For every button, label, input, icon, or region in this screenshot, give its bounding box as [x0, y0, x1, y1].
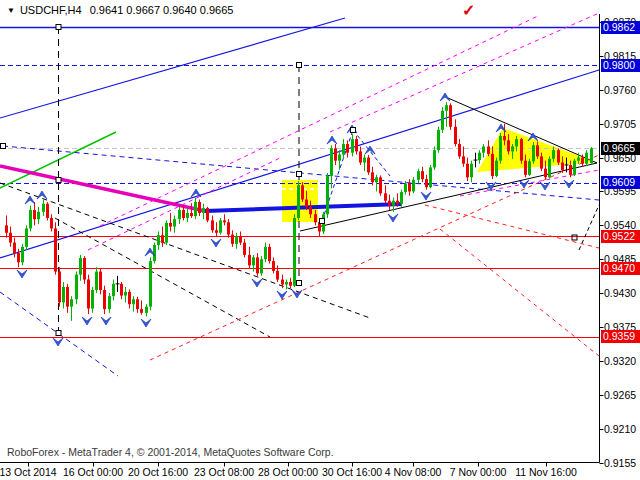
- candle-body: [124, 292, 127, 296]
- candle-body: [470, 164, 473, 178]
- candle-body: [458, 144, 461, 156]
- candle-body: [194, 202, 197, 216]
- object-handle: [1, 144, 6, 149]
- candle-body: [536, 145, 539, 156]
- candle-body: [136, 299, 139, 309]
- candle-body: [379, 177, 382, 193]
- candle-body: [577, 158, 580, 161]
- candle-body: [140, 309, 143, 313]
- candle-body: [441, 111, 444, 130]
- candle-body: [13, 243, 16, 253]
- candle-body: [437, 130, 440, 150]
- candle-body: [511, 147, 514, 152]
- candle-body: [95, 272, 98, 290]
- fractal-up-icon: [440, 93, 450, 101]
- candle-body: [462, 156, 465, 163]
- chart-canvas: ✓: [0, 0, 640, 480]
- chart-symbol-timeframe: USDCHF,H4: [20, 4, 82, 16]
- candle-body: [388, 201, 391, 206]
- candle-body: [243, 243, 246, 255]
- candle-body: [371, 172, 374, 182]
- candle-body: [231, 235, 234, 244]
- candle-body: [499, 136, 502, 161]
- check-arrow-icon: ✓: [462, 2, 475, 19]
- fractal-up-icon: [327, 136, 337, 144]
- candle-body: [206, 208, 209, 220]
- candle-body: [293, 218, 296, 286]
- trendline: [579, 205, 599, 250]
- candle-body: [21, 247, 24, 262]
- trendline: [0, 166, 205, 211]
- trendline: [0, 18, 345, 118]
- candle-body: [491, 154, 494, 176]
- candle-body: [157, 235, 160, 245]
- candle-body: [54, 228, 57, 271]
- candle-body: [190, 213, 193, 216]
- candle-body: [215, 230, 218, 232]
- candle-body: [367, 158, 370, 173]
- candle-body: [165, 223, 168, 243]
- symbol-dropdown-icon[interactable]: ▼: [7, 6, 15, 15]
- trendline: [150, 155, 599, 360]
- candle-body: [503, 136, 506, 140]
- candle-body: [276, 271, 279, 280]
- candle-body: [363, 158, 366, 163]
- candle-body: [338, 155, 341, 161]
- object-handle: [56, 331, 61, 336]
- candle-body: [66, 287, 69, 307]
- candle-body: [42, 204, 45, 212]
- candle-body: [70, 299, 73, 306]
- candle-body: [449, 105, 452, 127]
- candle-body: [58, 272, 61, 303]
- fractal-down-icon: [252, 279, 262, 287]
- candle-body: [83, 258, 86, 280]
- candle-body: [495, 161, 498, 176]
- candle-body: [314, 214, 317, 222]
- candle-body: [264, 247, 267, 259]
- candle-body: [375, 177, 378, 182]
- trendline: [425, 205, 599, 248]
- candle-body: [561, 163, 564, 170]
- fractal-up-icon: [191, 189, 201, 197]
- fractal-down-icon: [388, 214, 398, 222]
- candle-body: [252, 257, 255, 265]
- trendline: [100, 15, 540, 226]
- candle-body: [223, 220, 226, 222]
- candle-body: [25, 228, 28, 246]
- candle-body: [581, 158, 584, 164]
- candle-body: [112, 284, 115, 296]
- trendline: [300, 163, 597, 231]
- candle-body: [260, 259, 263, 273]
- candle-body: [99, 272, 102, 290]
- candle-body: [211, 220, 214, 230]
- candle-body: [272, 261, 275, 271]
- candle-body: [145, 307, 148, 313]
- object-handle: [297, 63, 302, 68]
- candle-body: [305, 199, 308, 206]
- candle-body: [235, 236, 238, 243]
- candle-body: [507, 140, 510, 151]
- candle-body: [239, 236, 242, 242]
- candle-body: [404, 183, 407, 192]
- candle-body: [532, 145, 535, 161]
- candle-body: [87, 280, 90, 309]
- candle-body: [256, 257, 259, 273]
- fractal-up-icon: [25, 196, 35, 204]
- candle-body: [173, 219, 176, 226]
- candle-body: [351, 139, 354, 153]
- candle-body: [326, 176, 329, 214]
- candle-body: [149, 261, 152, 307]
- candle-body: [62, 287, 65, 302]
- candle-body: [297, 185, 300, 218]
- candle-body: [50, 218, 53, 228]
- candle-body: [202, 208, 205, 213]
- candle-body: [425, 179, 428, 187]
- candle-body: [482, 147, 485, 153]
- candle-body: [161, 235, 164, 242]
- candle-body: [5, 225, 8, 232]
- candle-body: [569, 165, 572, 175]
- candle-body: [520, 139, 523, 161]
- candle-body: [478, 153, 481, 160]
- candle-body: [9, 233, 12, 243]
- candle-body: [515, 139, 518, 146]
